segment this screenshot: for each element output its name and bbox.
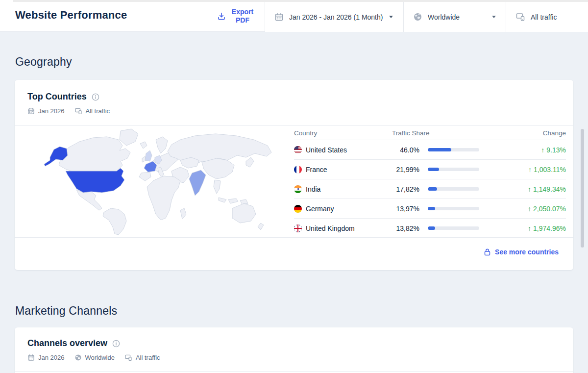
globe-icon	[74, 354, 82, 361]
map-united-states	[66, 168, 124, 193]
map-africa	[147, 176, 180, 220]
traffic-share-value: 17,82%	[392, 185, 419, 193]
traffic-share-value: 13,97%	[392, 205, 419, 213]
map-japan	[246, 157, 254, 167]
fr-flag-icon	[294, 166, 302, 174]
scrollbar-thumb[interactable]	[581, 129, 584, 248]
table-row[interactable]: United States 46.0% ↑9.13%	[294, 140, 566, 159]
country-name: India	[306, 185, 320, 193]
date-range-value: Jan 2026 - Jan 2026 (1 Month)	[289, 13, 383, 21]
col-traffic-share: Traffic Share	[392, 129, 479, 137]
traffic-filter[interactable]: All traffic	[506, 2, 588, 32]
up-arrow-icon: ↑	[528, 224, 531, 232]
up-arrow-icon: ↑	[528, 205, 531, 213]
card-date-label: Jan 2026	[38, 107, 65, 115]
table-row[interactable]: Germany 13,97% ↑2,050.07%	[294, 199, 566, 218]
caret-down-icon	[389, 16, 393, 18]
see-more-countries-link[interactable]: See more countries	[484, 248, 559, 256]
see-more-countries-label: See more countries	[495, 248, 559, 256]
traffic-share-bar	[428, 226, 479, 230]
table-header: Country Traffic Share Change	[294, 126, 566, 140]
map-china	[202, 158, 234, 179]
globe-icon	[413, 12, 422, 22]
devices-icon	[124, 354, 132, 361]
top-countries-table: Country Traffic Share Change United Stat…	[294, 126, 573, 237]
map-se-asia	[214, 180, 220, 194]
traffic-share-value: 21,99%	[392, 166, 419, 174]
col-change: Change	[479, 129, 566, 137]
region-filter[interactable]: Worldwide	[403, 2, 506, 32]
world-map[interactable]	[15, 126, 294, 238]
map-iberia	[139, 172, 151, 181]
traffic-share-bar	[428, 168, 479, 171]
page-title: Website Performance	[15, 9, 127, 22]
map-india	[189, 170, 206, 196]
caret-down-icon	[492, 16, 496, 18]
map-indonesia	[219, 198, 248, 204]
calendar-icon	[27, 354, 35, 361]
map-australia	[232, 203, 256, 223]
table-row[interactable]: France 21,99% ↑1,003.11%	[294, 159, 566, 179]
map-mexico	[76, 190, 102, 210]
calendar-icon	[27, 107, 35, 115]
country-name: United Kingdom	[306, 224, 355, 232]
up-arrow-icon: ↑	[541, 146, 544, 154]
traffic-value: All traffic	[531, 13, 557, 21]
region-value: Worldwide	[428, 13, 460, 21]
country-name: France	[306, 166, 327, 174]
traffic-share-value: 13,82%	[392, 224, 419, 232]
card-traffic-label: All traffic	[86, 107, 110, 115]
change-value: ↑2,050.07%	[479, 205, 566, 213]
de-flag-icon	[294, 205, 302, 213]
in-flag-icon	[294, 185, 302, 193]
export-pdf-button[interactable]: Export PDF	[217, 0, 255, 32]
map-new-zealand	[258, 223, 264, 230]
change-value: ↑1,003.11%	[479, 166, 566, 174]
table-row[interactable]: United Kingdom 13,82% ↑1,974.96%	[294, 218, 566, 238]
map-south-america	[103, 208, 126, 235]
info-icon[interactable]	[92, 93, 99, 101]
map-canada	[59, 137, 130, 171]
info-icon[interactable]	[112, 340, 120, 348]
up-arrow-icon: ↑	[528, 166, 532, 174]
card-divider	[15, 371, 573, 373]
card-region-label: Worldwide	[85, 354, 115, 361]
devices-icon	[515, 12, 525, 22]
card-date-label: Jan 2026	[38, 354, 65, 361]
change-value: ↑9.13%	[479, 146, 566, 154]
download-icon	[217, 12, 226, 21]
top-countries-title: Top Countries	[27, 92, 87, 102]
geography-section-title: Geography	[15, 55, 588, 69]
channels-overview-title: Channels overview	[27, 338, 107, 348]
map-madagascar	[180, 208, 186, 219]
lock-icon	[484, 248, 491, 256]
change-value: ↑1,974.96%	[479, 224, 566, 232]
table-row[interactable]: India 17,82% ↑1,149.34%	[294, 179, 566, 199]
top-countries-card: Top Countries Jan 2026 All traf	[15, 80, 573, 270]
country-name: United States	[306, 146, 347, 154]
map-scandinavia	[156, 137, 168, 153]
us-flag-icon	[294, 146, 302, 154]
map-greenland	[120, 129, 138, 146]
channels-overview-card: Channels overview Jan 2026	[15, 327, 573, 373]
devices-icon	[74, 107, 82, 115]
traffic-share-value: 46.0%	[392, 146, 419, 154]
calendar-icon	[274, 12, 284, 22]
gb-flag-icon	[294, 224, 302, 232]
traffic-share-bar	[428, 207, 479, 210]
traffic-share-bar	[428, 187, 479, 191]
map-iceland	[140, 142, 147, 149]
map-united-kingdom	[145, 150, 152, 161]
col-country: Country	[294, 129, 392, 137]
date-range-filter[interactable]: Jan 2026 - Jan 2026 (1 Month)	[265, 2, 403, 32]
export-pdf-label: Export PDF	[230, 8, 255, 25]
traffic-share-bar	[428, 148, 479, 151]
change-value: ↑1,149.34%	[479, 185, 566, 193]
marketing-section-title: Marketing Channels	[15, 304, 588, 318]
up-arrow-icon: ↑	[528, 185, 531, 193]
country-name: Germany	[306, 205, 334, 213]
card-traffic-label: All traffic	[136, 354, 160, 361]
